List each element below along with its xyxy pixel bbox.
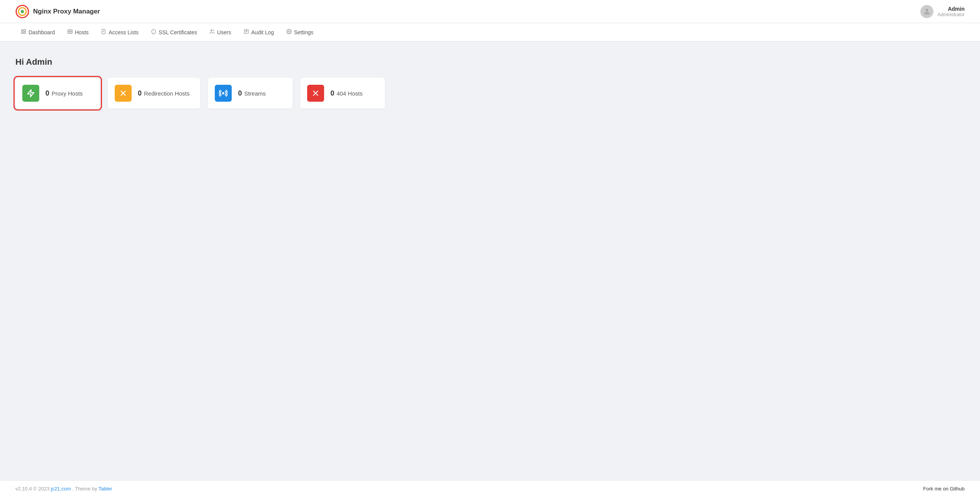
footer-company-link[interactable]: jc21.com [51, 486, 71, 492]
user-info: Admin Administrator [937, 6, 965, 17]
card-proxy-hosts[interactable]: 0 Proxy Hosts [15, 78, 100, 109]
nav-label-audit-log: Audit Log [251, 29, 274, 35]
svg-rect-5 [24, 30, 25, 31]
card-404-hosts[interactable]: 0 404 Hosts [300, 78, 385, 109]
card-streams[interactable]: 0 Streams [208, 78, 293, 109]
hosts-icon [67, 29, 73, 35]
nav-label-hosts: Hosts [75, 29, 89, 35]
redirection-hosts-icon [115, 85, 132, 102]
page-greeting: Hi Admin [15, 57, 965, 67]
nav-item-dashboard[interactable]: Dashboard [15, 27, 60, 38]
nav-label-ssl: SSL Certificates [159, 29, 197, 35]
svg-point-17 [223, 92, 224, 94]
footer-left: v2.10.4 © 2023 jc21.com . Theme by Table… [15, 486, 112, 492]
user-area: Admin Administrator [920, 5, 965, 18]
header: Nginx Proxy Manager Admin Administrator [0, 0, 980, 23]
access-lists-icon [101, 29, 106, 35]
svg-marker-14 [28, 90, 34, 97]
dashboard-icon [21, 29, 26, 35]
card-redirection-hosts[interactable]: 0 Redirection Hosts [108, 78, 200, 109]
app-name: Nginx Proxy Manager [33, 8, 100, 15]
app-logo [15, 5, 29, 18]
nav-item-users[interactable]: Users [204, 27, 237, 38]
nav-label-dashboard: Dashboard [28, 29, 55, 35]
nav-label-access-lists: Access Lists [109, 29, 139, 35]
svg-rect-4 [22, 30, 23, 31]
nav-item-hosts[interactable]: Hosts [62, 27, 94, 38]
streams-content: 0 Streams [238, 89, 266, 97]
svg-point-10 [104, 31, 104, 32]
footer-version: v2.10.4 © 2023 [15, 486, 49, 492]
footer-theme-prefix: . Theme by [72, 486, 99, 492]
footer: v2.10.4 © 2023 jc21.com . Theme by Table… [0, 480, 980, 497]
404-hosts-content: 0 404 Hosts [330, 89, 363, 97]
proxy-hosts-label: Proxy Hosts [52, 90, 83, 97]
404-hosts-icon [307, 85, 324, 102]
footer-right: Fork me on Github [923, 486, 965, 492]
main-content: Hi Admin 0 Proxy Hosts 0 Redirection Hos… [0, 42, 980, 480]
svg-point-13 [288, 31, 290, 32]
users-icon [209, 29, 215, 35]
redirection-hosts-content: 0 Redirection Hosts [138, 89, 189, 97]
nav-item-settings[interactable]: Settings [281, 27, 319, 38]
settings-icon [286, 29, 292, 35]
nav-item-access-lists[interactable]: Access Lists [95, 27, 144, 38]
svg-rect-6 [22, 32, 23, 34]
stats-cards: 0 Proxy Hosts 0 Redirection Hosts 0 Stre… [15, 78, 965, 109]
nav-item-ssl-certificates[interactable]: SSL Certificates [145, 27, 202, 38]
avatar [920, 5, 933, 18]
audit-log-icon [244, 29, 249, 35]
streams-label: Streams [244, 90, 266, 97]
nav-item-audit-log[interactable]: Audit Log [238, 27, 279, 38]
main-nav: Dashboard Hosts Access Lists SSL Certifi… [0, 23, 980, 42]
proxy-hosts-count: 0 [45, 89, 49, 97]
nav-label-settings: Settings [294, 29, 314, 35]
redirection-hosts-label: Redirection Hosts [144, 90, 189, 97]
404-hosts-count: 0 [330, 89, 334, 97]
footer-theme-link[interactable]: Tabler [99, 486, 112, 492]
ssl-icon [151, 29, 156, 35]
redirection-hosts-count: 0 [138, 89, 142, 97]
proxy-hosts-content: 0 Proxy Hosts [45, 89, 83, 97]
streams-count: 0 [238, 89, 242, 97]
nav-label-users: Users [217, 29, 231, 35]
logo-area: Nginx Proxy Manager [15, 5, 100, 18]
svg-point-11 [211, 30, 212, 31]
streams-icon [215, 85, 232, 102]
svg-point-2 [21, 10, 24, 13]
svg-point-3 [926, 8, 928, 11]
404-hosts-label: 404 Hosts [336, 90, 363, 97]
proxy-hosts-icon [22, 85, 39, 102]
svg-rect-7 [24, 32, 25, 34]
user-name: Admin [937, 6, 965, 12]
footer-fork-link[interactable]: Fork me on Github [923, 486, 965, 492]
user-role: Administrator [937, 12, 965, 17]
